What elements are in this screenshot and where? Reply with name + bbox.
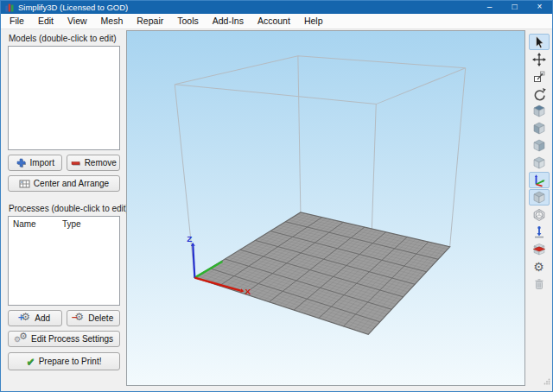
view-iso-cube[interactable] — [529, 155, 550, 171]
window-controls: – □ × — [477, 1, 552, 14]
close-button[interactable]: × — [527, 1, 552, 14]
axes-icon — [532, 174, 546, 187]
gear-minus-icon: ⚙− — [73, 313, 85, 324]
remove-button[interactable]: Remove — [67, 155, 121, 171]
center-and-arrange-label: Center and Arrange — [34, 179, 109, 188]
models-group-label: Models (double-click to edit) — [9, 34, 120, 43]
menu-item-account[interactable]: Account — [251, 14, 297, 28]
solid-cube-icon — [532, 191, 546, 204]
processes-list-header: Name Type — [9, 217, 119, 229]
green-check-icon: ✔ — [27, 357, 35, 367]
cross-section-tool[interactable] — [529, 241, 550, 257]
rotate-tool[interactable] — [529, 85, 550, 102]
processes-list[interactable]: Name Type — [8, 216, 120, 306]
menu-item-file[interactable]: File — [3, 14, 31, 28]
menu-item-edit[interactable]: Edit — [31, 14, 60, 28]
svg-text:X: X — [245, 287, 251, 296]
models-list[interactable] — [8, 46, 120, 150]
process-col-name: Name — [13, 219, 62, 229]
menu-item-addins[interactable]: Add-Ins — [206, 14, 251, 28]
wire-sphere-icon — [532, 208, 546, 222]
view-front-cube[interactable] — [529, 120, 550, 136]
svg-text:Z: Z — [187, 234, 192, 243]
process-col-type: Type — [62, 219, 81, 229]
import-label: Import — [30, 158, 54, 168]
resize-grip[interactable] — [543, 378, 550, 385]
app-window: Simplify3D (Licensed to GOD) – □ × File … — [0, 0, 553, 392]
delete-process-button[interactable]: ⚙− Delete — [67, 310, 121, 326]
machine-settings-gear[interactable]: ⚙ — [529, 258, 550, 275]
arrange-grid-icon — [19, 179, 30, 188]
viewport-3d[interactable]: ZX — [126, 30, 525, 386]
title-bar[interactable]: Simplify3D (Licensed to GOD) – □ × — [1, 1, 552, 14]
delete-model-tool[interactable] — [529, 275, 550, 292]
menu-item-help[interactable]: Help — [297, 14, 330, 28]
rotate-arrow-icon — [532, 87, 546, 101]
solid-model-view[interactable] — [529, 189, 550, 205]
menu-bar: File Edit View Mesh Repair Tools Add-Ins… — [1, 14, 552, 29]
prepare-to-print-label: Prepare to Print! — [39, 357, 102, 366]
gear-icon: ⚙ — [533, 261, 544, 273]
app-logo-icon — [5, 3, 14, 12]
coordinate-axes-view[interactable] — [529, 172, 550, 188]
import-button[interactable]: Import — [8, 155, 62, 171]
minimize-button[interactable]: – — [477, 1, 502, 14]
edit-process-settings-label: Edit Process Settings — [31, 334, 113, 344]
delete-label: Delete — [88, 313, 113, 323]
remove-label: Remove — [85, 158, 117, 168]
right-toolbar: ⚙ — [525, 29, 552, 386]
select-cursor-tool[interactable] — [529, 34, 550, 50]
maximize-button[interactable]: □ — [502, 1, 527, 14]
scale-box-icon — [532, 70, 546, 83]
view-side-cube[interactable] — [529, 137, 550, 154]
edit-process-settings-button[interactable]: ⚙⚙ Edit Process Settings — [8, 331, 120, 347]
main-content: Models (double-click to edit) Import Rem… — [1, 29, 552, 391]
prepare-to-print-button[interactable]: ✔ Prepare to Print! — [8, 352, 120, 370]
place-on-bed-tool[interactable] — [529, 224, 550, 240]
scale-tool[interactable] — [529, 68, 550, 85]
move-tool[interactable] — [529, 51, 550, 67]
add-label: Add — [35, 313, 50, 323]
cube-top-icon — [532, 104, 546, 117]
menu-item-tools[interactable]: Tools — [170, 14, 206, 28]
cube-iso-icon — [532, 156, 546, 169]
import-plus-icon — [16, 158, 27, 168]
cube-side-icon — [532, 139, 546, 152]
double-gear-icon: ⚙⚙ — [15, 333, 28, 345]
wireframe-view[interactable] — [529, 206, 550, 223]
add-process-button[interactable]: ⚙+ Add — [8, 310, 62, 326]
cube-front-icon — [532, 122, 546, 135]
left-sidebar: Models (double-click to edit) Import Rem… — [1, 29, 126, 386]
cursor-icon — [532, 35, 545, 49]
menu-item-view[interactable]: View — [60, 14, 94, 28]
section-cube-icon — [532, 243, 546, 256]
center-and-arrange-button[interactable]: Center and Arrange — [8, 175, 120, 192]
gear-plus-icon: ⚙+ — [19, 313, 31, 324]
menu-item-mesh[interactable]: Mesh — [94, 14, 130, 28]
build-volume-scene: ZX — [127, 31, 524, 385]
menu-item-repair[interactable]: Repair — [130, 14, 170, 28]
trash-icon — [532, 277, 546, 291]
view-top-cube[interactable] — [529, 103, 550, 119]
processes-group-label: Processes (double-click to edit) — [9, 204, 120, 213]
pin-down-icon — [532, 225, 546, 239]
window-title: Simplify3D (Licensed to GOD) — [18, 1, 128, 14]
move-arrows-icon — [532, 53, 546, 66]
remove-minus-icon — [70, 158, 81, 168]
